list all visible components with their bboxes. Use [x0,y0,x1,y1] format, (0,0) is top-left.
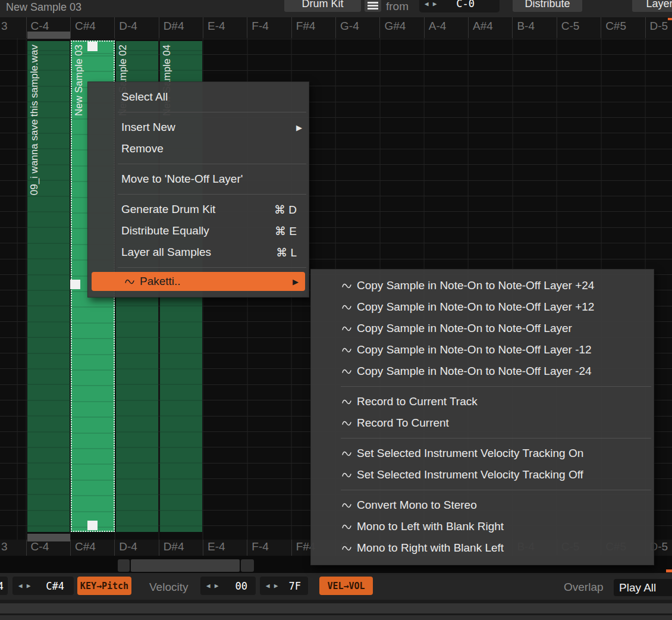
sample-zone-c-4[interactable]: 09_i wanna save this sample.wav [27,41,70,532]
menu-item-label: Mono to Left with Blank Right [357,520,504,533]
column-separator [159,17,159,38]
sine-wave-icon [342,399,351,405]
submenu-item-copy-sample-in-note-on-to-note-off-layer-12[interactable]: Copy Sample in Note-On to Note-Off Layer… [311,296,654,318]
bottom-control-bar: 4 ◀ ▶ C#4 KEY→Pitch Velocity ◀ ▶ 00 ◀ ▶ … [0,573,672,600]
note-label-g-4: G-4 [340,20,359,33]
scrollbar-left-cap[interactable] [118,559,130,572]
key-to-pitch-toggle[interactable]: KEY→Pitch [77,577,131,595]
submenu-item-copy-sample-in-note-on-to-note-off-layer-12[interactable]: Copy Sample in Note-On to Note-Off Layer… [311,339,654,361]
menu-item-insert-new[interactable]: Insert New▶ [88,117,309,138]
sine-wave-icon [342,450,351,457]
key-note-value: C#4 [46,580,64,592]
menu-item-select-all[interactable]: Select All [88,86,309,108]
overlap-mode-select[interactable]: Play All [614,579,672,596]
menu-item-distribute-equally[interactable]: Distribute Equally⌘ E [88,220,309,242]
submenu-item-mono-to-right-with-blank-left[interactable]: Mono to Right with Blank Left [311,537,654,559]
note-label-fs4: F#4 [296,20,316,33]
shortcut-label: ⌘ D [274,203,297,217]
column-separator [468,17,469,38]
sine-wave-icon [342,472,351,478]
column-separator [70,17,71,38]
scrollbar-grip[interactable] [131,559,240,572]
horizontal-scrollbar-handle[interactable] [118,559,254,572]
submenu-item-copy-sample-in-note-on-to-note-off-layer[interactable]: Copy Sample in Note-On to Note-Off Layer [311,318,654,339]
from-label: from [386,0,409,13]
sine-wave-icon [342,304,351,311]
submenu-item-set-selected-instrument-velocity-tracking-off[interactable]: Set Selected Instrument Velocity Trackin… [311,464,654,486]
note-label-d-4: D-4 [119,540,137,553]
submenu-item-mono-to-left-with-blank-right[interactable]: Mono to Left with Blank Right [311,516,654,537]
submenu-item-record-to-current-track[interactable]: Record to Current Track [311,391,654,412]
sine-wave-icon [342,283,351,289]
spinner-left-icon[interactable]: ◀ [266,583,270,589]
spinner-left-icon[interactable]: ◀ [18,583,23,589]
sine-wave-icon [342,347,351,353]
spinner-right-icon[interactable]: ▶ [433,1,437,7]
submenu-item-convert-mono-to-stereo[interactable]: Convert Mono to Stereo [311,494,654,516]
key-note-spinner[interactable]: ◀ ▶ C#4 [12,577,74,595]
velocity-max-spinner[interactable]: ◀ ▶ 7F [260,577,308,595]
column-separator [70,540,71,556]
shortcut-label: ⌘ E [275,224,297,238]
note-label-gs4: G#4 [384,20,406,33]
sine-wave-icon [342,420,351,427]
menu-item-label: Mono to Right with Blank Left [357,541,504,555]
note-label-d-4: D-4 [119,20,137,33]
note-label-3: 3 [1,540,8,553]
menu-item-label: Set Selected Instrument Velocity Trackin… [357,468,583,481]
submenu-item-set-selected-instrument-velocity-tracking-on[interactable]: Set Selected Instrument Velocity Trackin… [311,443,654,464]
menu-item-label: Insert New [121,121,175,134]
menu-item-move-to-note-off-layer[interactable]: Move to 'Note-Off Layer' [88,168,309,190]
layer-button[interactable]: Layer [632,0,672,12]
spinner-left-icon[interactable]: ◀ [425,1,429,7]
from-note-value: C-0 [456,0,475,10]
column-separator [203,17,203,38]
menu-separator [118,267,306,268]
scrollbar-right-cap[interactable] [241,559,254,572]
menu-item-remove[interactable]: Remove [88,138,309,159]
menu-separator [341,386,651,387]
menu-item-label: Distribute Equally [121,224,209,237]
submenu-item-copy-sample-in-note-on-to-note-off-layer-24[interactable]: Copy Sample in Note-On to Note-Off Layer… [311,275,654,296]
zone-resize-handle-bottom[interactable] [87,521,98,530]
note-label-b-4: B-4 [517,20,535,33]
menu-separator [341,438,651,439]
sine-wave-icon [342,524,351,530]
drum-kit-button[interactable]: Drum Kit [284,0,361,12]
from-note-spinner[interactable]: ◀ ▶ C-0 [419,0,500,12]
spinner-left-icon[interactable]: ◀ [206,583,211,589]
sine-wave-icon [342,368,351,375]
vel-to-vol-toggle[interactable]: VEL→VOL [319,577,373,595]
menu-item-layer-all-samples[interactable]: Layer all Samples⌘ L [88,242,309,263]
menu-item-label: Set Selected Instrument Velocity Trackin… [357,447,583,460]
zone-range-bar-top[interactable] [27,32,70,39]
context-menu: Select AllInsert New▶RemoveMove to 'Note… [87,82,309,298]
note-label-f-4: F-4 [252,20,269,33]
note-label-c-4: C-4 [31,540,49,553]
zone-name-label: 09_i wanna save this sample.wav [29,43,40,528]
zone-resize-handle-left[interactable] [70,280,80,289]
velocity-min-spinner[interactable]: ◀ ▶ 00 [200,577,256,595]
column-separator [379,17,380,38]
distribute-button[interactable]: Distribute [513,0,582,12]
spinner-right-icon[interactable]: ▶ [274,583,278,589]
column-separator [114,17,115,38]
sine-wave-icon [342,545,351,552]
menu-item-label: Record to Current Track [357,395,478,408]
hamburger-icon [368,2,378,4]
scroll-indicator-top-right [668,18,672,20]
zone-range-bar-bottom[interactable] [27,534,70,541]
menu-item-generate-drum-kit[interactable]: Generate Drum Kit⌘ D [88,199,309,220]
menu-item-paketti[interactable]: Paketti..▶ [92,272,305,291]
spinner-right-icon[interactable]: ▶ [215,583,219,589]
zone-resize-handle-top[interactable] [87,42,98,51]
submenu-item-copy-sample-in-note-on-to-note-off-layer-24[interactable]: Copy Sample in Note-On to Note-Off Layer… [311,361,654,382]
spinner-right-icon[interactable]: ▶ [27,583,31,589]
submenu-item-record-to-current[interactable]: Record To Current [311,412,654,434]
clipped-note-spinner[interactable]: 4 [0,577,8,595]
menu-separator [118,164,306,164]
velocity-max-value: 7F [289,580,301,592]
hamburger-menu-button[interactable] [365,0,381,12]
note-labels-top-row: 3C-4C#4D-4D#4E-4F-4F#4G-4G#4A-4A#4B-4C-5… [0,17,672,38]
note-label-c-5: C-5 [561,20,580,33]
